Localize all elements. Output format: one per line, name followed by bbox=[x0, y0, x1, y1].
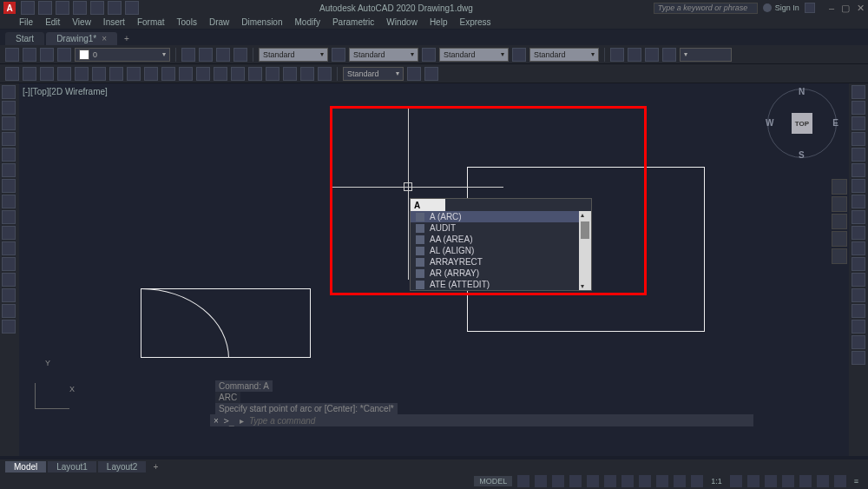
polar-toggle-icon[interactable] bbox=[569, 475, 582, 487]
match-layer-icon[interactable] bbox=[199, 48, 213, 62]
qat-saveas-icon[interactable] bbox=[73, 1, 87, 15]
status-model[interactable]: MODEL bbox=[474, 476, 512, 486]
minimize-button[interactable]: – bbox=[829, 3, 834, 14]
insert-icon[interactable] bbox=[2, 304, 16, 318]
ac-item-array[interactable]: AR (ARRAY) bbox=[411, 268, 579, 279]
text-tool-icon[interactable] bbox=[422, 48, 436, 62]
fillet-icon[interactable] bbox=[852, 210, 865, 224]
menu-dimension[interactable]: Dimension bbox=[241, 17, 282, 27]
anno-visibility-icon[interactable] bbox=[674, 475, 686, 487]
tablestyle-dropdown[interactable]: Standard bbox=[439, 48, 509, 62]
circle-icon[interactable] bbox=[2, 116, 16, 130]
isolate-icon[interactable] bbox=[799, 475, 812, 487]
secondary-style-dropdown[interactable]: Standard bbox=[343, 67, 404, 81]
rectangle-icon[interactable] bbox=[2, 148, 16, 162]
autoscale-icon[interactable] bbox=[691, 475, 703, 487]
ortho-toggle-icon[interactable] bbox=[552, 475, 564, 487]
tab-drawing1[interactable]: Drawing1* × bbox=[46, 32, 117, 45]
ac-item-arc[interactable]: A (ARC) bbox=[411, 211, 579, 222]
line-icon[interactable] bbox=[2, 85, 16, 99]
menu-modify[interactable]: Modify bbox=[295, 17, 320, 27]
qat-redo-icon[interactable] bbox=[125, 1, 139, 15]
ellipse-icon[interactable] bbox=[2, 163, 16, 177]
viewcube-north[interactable]: N bbox=[799, 87, 805, 96]
menu-insert[interactable]: Insert bbox=[103, 17, 125, 27]
otrack-toggle-icon[interactable] bbox=[604, 475, 616, 487]
lwt-toggle-icon[interactable] bbox=[621, 475, 634, 487]
hatch-icon[interactable] bbox=[2, 179, 16, 193]
spline-icon[interactable] bbox=[2, 195, 16, 208]
arc-icon[interactable] bbox=[2, 132, 16, 146]
textstyle-dropdown[interactable]: Standard bbox=[349, 48, 418, 62]
offset-icon[interactable] bbox=[852, 241, 865, 255]
tool-k-icon[interactable] bbox=[179, 67, 193, 81]
lineweight-dropdown[interactable] bbox=[680, 48, 732, 62]
hwaccel-icon[interactable] bbox=[817, 475, 829, 487]
qat-save-icon[interactable] bbox=[56, 1, 69, 15]
tool-a-icon[interactable] bbox=[5, 67, 19, 81]
menu-edit[interactable]: Edit bbox=[45, 17, 60, 27]
anno-monitor-icon[interactable] bbox=[747, 475, 760, 487]
ac-item-area[interactable]: AA (AREA) bbox=[411, 234, 579, 245]
tab-layout1[interactable]: Layout1 bbox=[48, 461, 96, 472]
tool-s-icon[interactable] bbox=[318, 67, 332, 81]
modify-extra1-icon[interactable] bbox=[852, 335, 865, 349]
viewcube-face[interactable]: TOP bbox=[792, 113, 812, 134]
layer-iso-icon[interactable] bbox=[40, 48, 54, 62]
nav-showmotion-icon[interactable] bbox=[832, 248, 847, 264]
layer-properties-icon[interactable] bbox=[5, 48, 19, 62]
mirror-icon[interactable] bbox=[852, 132, 865, 146]
tool-n-icon[interactable] bbox=[231, 67, 245, 81]
ac-item-align[interactable]: AL (ALIGN) bbox=[411, 245, 579, 256]
menu-window[interactable]: Window bbox=[386, 17, 418, 27]
tab-layout2[interactable]: Layout2 bbox=[98, 461, 147, 472]
tool-q-icon[interactable] bbox=[283, 67, 297, 81]
ac-item-audit[interactable]: AUDIT bbox=[411, 222, 579, 234]
osnap-toggle-icon[interactable] bbox=[587, 475, 599, 487]
ac-item-attedit[interactable]: ATE (ATTEDIT) bbox=[411, 279, 579, 290]
nav-orbit-icon[interactable] bbox=[832, 231, 847, 247]
ac-scrollbar-thumb[interactable] bbox=[581, 221, 589, 239]
layer-states-icon[interactable] bbox=[23, 48, 36, 62]
ac-scrollbar[interactable] bbox=[579, 211, 591, 290]
chamfer-icon[interactable] bbox=[852, 226, 865, 240]
layer-dropdown[interactable]: 0 bbox=[75, 48, 170, 62]
extend-icon[interactable] bbox=[852, 195, 865, 208]
tool-p-icon[interactable] bbox=[266, 67, 279, 81]
tool-o-icon[interactable] bbox=[248, 67, 262, 81]
tool-b-icon[interactable] bbox=[23, 67, 36, 81]
workspace-icon[interactable] bbox=[730, 475, 742, 487]
viewcube-east[interactable]: E bbox=[832, 118, 838, 128]
units-icon[interactable] bbox=[765, 475, 777, 487]
layer-tool-icon[interactable] bbox=[233, 48, 247, 62]
customize-icon[interactable]: ≡ bbox=[852, 477, 861, 486]
ac-item-arrayrect[interactable]: ARRAYRECT bbox=[411, 256, 579, 268]
cycling-toggle-icon[interactable] bbox=[656, 475, 668, 487]
tool-i-icon[interactable] bbox=[144, 67, 158, 81]
nav-zoom-icon[interactable] bbox=[832, 214, 847, 229]
menu-view[interactable]: View bbox=[72, 17, 91, 27]
tool-u-icon[interactable] bbox=[424, 67, 438, 81]
qat-undo-icon[interactable] bbox=[108, 1, 122, 15]
tool-c-icon[interactable] bbox=[40, 67, 54, 81]
tool-h-icon[interactable] bbox=[127, 67, 141, 81]
menu-draw[interactable]: Draw bbox=[209, 17, 229, 27]
prop-tool4-icon[interactable] bbox=[662, 48, 676, 62]
layer-previous-icon[interactable] bbox=[216, 48, 230, 62]
qat-new-icon[interactable] bbox=[21, 1, 35, 15]
anno-scale[interactable]: 1:1 bbox=[708, 477, 725, 486]
infocenter-icon[interactable] bbox=[805, 3, 815, 13]
menu-parametric[interactable]: Parametric bbox=[332, 17, 374, 27]
modify-extra2-icon[interactable] bbox=[852, 351, 865, 365]
tool-t-icon[interactable] bbox=[407, 67, 421, 81]
snap-toggle-icon[interactable] bbox=[535, 475, 547, 487]
copy-icon[interactable] bbox=[852, 101, 865, 115]
close-button[interactable]: ✕ bbox=[857, 3, 865, 14]
region-icon[interactable] bbox=[2, 226, 16, 240]
dimstyle-dropdown[interactable]: Standard bbox=[259, 48, 328, 62]
viewcube-south[interactable]: S bbox=[799, 150, 805, 160]
cmdline-close-icon[interactable]: × bbox=[214, 416, 219, 426]
table-icon[interactable] bbox=[2, 273, 16, 287]
viewport-label[interactable]: [-][Top][2D Wireframe] bbox=[23, 87, 108, 96]
explode-icon[interactable] bbox=[852, 288, 865, 302]
